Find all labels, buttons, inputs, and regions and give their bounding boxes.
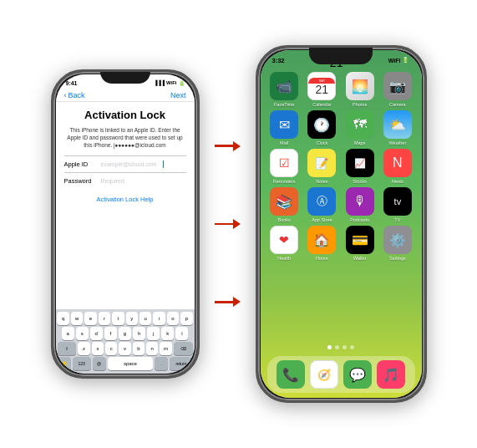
- podcasts-label: Podcasts: [350, 217, 369, 222]
- appstore-label: App Store: [312, 217, 332, 222]
- app-calendar[interactable]: SAT 21 Calendar: [305, 72, 339, 107]
- books-label: Books: [277, 217, 290, 222]
- arrow-2: [215, 219, 241, 229]
- weather-label: Weather: [389, 140, 407, 145]
- next-button[interactable]: Next: [170, 91, 186, 99]
- battery-icon: 🔋: [179, 80, 185, 86]
- left-screen: 9:41 ▐▐▐ WiFi 🔋 ‹ Back Next: [56, 74, 195, 374]
- app-mail[interactable]: ✉ Mail: [267, 110, 302, 145]
- return-key[interactable]: return: [170, 357, 192, 370]
- health-label: Health: [277, 256, 291, 261]
- key-k[interactable]: k: [161, 327, 174, 340]
- status-time-left: 9:41: [66, 80, 78, 86]
- activation-help-link[interactable]: Activation Lock Help: [64, 196, 186, 203]
- key-s[interactable]: s: [76, 327, 89, 340]
- home-grid: 📹 FaceTime SAT 21 Calendar 🌅: [261, 69, 422, 345]
- key-r[interactable]: r: [99, 312, 110, 325]
- app-clock[interactable]: 🕐 Clock: [305, 110, 339, 145]
- status-time-right: 3:32: [272, 57, 285, 64]
- key-p[interactable]: p: [180, 312, 192, 325]
- app-maps[interactable]: 🗺 Maps: [343, 110, 377, 145]
- key-m[interactable]: m: [160, 342, 171, 355]
- photos-icon: 🌅: [346, 72, 374, 100]
- key-d[interactable]: d: [90, 327, 103, 340]
- app-books[interactable]: 📚 Books: [267, 187, 302, 222]
- dot-1: [327, 345, 332, 349]
- activation-lock-title: Activation Lock: [64, 109, 186, 121]
- shift-key[interactable]: ⇧: [58, 342, 77, 355]
- key-i[interactable]: i: [153, 312, 165, 325]
- home-icon: 🏠: [307, 226, 336, 254]
- key-x[interactable]: x: [92, 342, 104, 355]
- key-q[interactable]: q: [57, 312, 69, 325]
- left-phone: 9:41 ▐▐▐ WiFi 🔋 ‹ Back Next: [51, 69, 200, 379]
- app-settings[interactable]: ⚙️ Settings: [380, 226, 414, 261]
- key-j[interactable]: j: [147, 327, 160, 340]
- calendar-label: Calendar: [312, 102, 331, 107]
- text-cursor: [163, 160, 164, 168]
- emoji-key[interactable]: 🙂: [58, 357, 71, 370]
- app-notes[interactable]: 📝 Notes: [305, 149, 339, 184]
- back-button[interactable]: ‹ Back: [64, 91, 85, 99]
- app-weather[interactable]: ⛅ Weather: [380, 110, 414, 145]
- key-t[interactable]: t: [112, 312, 124, 325]
- key-e[interactable]: e: [84, 312, 96, 325]
- app-facetime[interactable]: 📹 FaceTime: [267, 72, 302, 107]
- dock-messages[interactable]: 💬: [343, 360, 372, 389]
- photos-label: Photos: [353, 102, 367, 107]
- at-key[interactable]: @: [93, 357, 106, 370]
- wallet-icon: 💳: [346, 226, 374, 254]
- password-field[interactable]: Password Required: [64, 172, 186, 189]
- settings-icon: ⚙️: [383, 226, 412, 254]
- activation-description: This iPhone is linked to an Apple ID. En…: [64, 126, 186, 149]
- password-label: Password: [64, 177, 96, 185]
- app-camera[interactable]: 📷 Camera: [380, 72, 414, 107]
- app-appstore[interactable]: Ⓐ App Store: [305, 187, 339, 222]
- app-wallet[interactable]: 💳 Wallet: [343, 226, 377, 261]
- app-home[interactable]: 🏠 Home: [305, 226, 339, 261]
- camera-label: Camera: [389, 102, 406, 107]
- backspace-key[interactable]: ⌫: [174, 342, 193, 355]
- key-w[interactable]: w: [71, 312, 83, 325]
- key-o[interactable]: o: [167, 312, 179, 325]
- key-z[interactable]: z: [78, 342, 89, 355]
- key-a[interactable]: a: [62, 327, 74, 340]
- space-key[interactable]: space: [108, 357, 153, 370]
- key-l[interactable]: l: [175, 327, 188, 340]
- num-key[interactable]: 123: [73, 357, 91, 370]
- key-g[interactable]: g: [119, 327, 131, 340]
- key-b[interactable]: b: [133, 342, 145, 355]
- mail-label: Mail: [280, 140, 288, 145]
- appstore-icon: Ⓐ: [307, 187, 336, 216]
- dock: 📞 🧭 💬 🎵: [267, 356, 415, 393]
- key-v[interactable]: v: [119, 342, 130, 355]
- period-key[interactable]: .: [155, 357, 168, 370]
- app-health[interactable]: ❤ Health: [267, 226, 302, 261]
- apple-id-field[interactable]: Apple ID example@icloud.com: [64, 155, 186, 172]
- apple-id-placeholder: example@icloud.com: [101, 161, 157, 167]
- app-tv[interactable]: tv TV: [380, 187, 414, 222]
- key-c[interactable]: c: [105, 342, 117, 355]
- reminders-label: Reminders: [273, 179, 296, 184]
- app-row-1: 📹 FaceTime SAT 21 Calendar 🌅: [267, 72, 415, 107]
- home-label: Home: [316, 256, 328, 261]
- dock-music[interactable]: 🎵: [377, 360, 405, 389]
- main-container: 9:41 ▐▐▐ WiFi 🔋 ‹ Back Next: [0, 0, 477, 448]
- app-photos[interactable]: 🌅 Photos: [343, 72, 377, 107]
- dock-phone[interactable]: 📞: [277, 360, 305, 389]
- app-stocks[interactable]: 📈 Stocks: [343, 149, 377, 184]
- arrow-1: [215, 141, 241, 151]
- key-f[interactable]: f: [104, 327, 117, 340]
- app-news[interactable]: N News: [380, 149, 414, 184]
- notes-label: Notes: [316, 179, 327, 184]
- app-podcasts[interactable]: 🎙 Podcasts: [343, 187, 377, 222]
- key-n[interactable]: n: [146, 342, 158, 355]
- key-y[interactable]: y: [126, 312, 138, 325]
- dock-safari[interactable]: 🧭: [310, 360, 338, 389]
- app-reminders[interactable]: ☑ Reminders: [267, 149, 302, 184]
- key-h[interactable]: h: [133, 327, 145, 340]
- battery-icon-right: 🔋: [402, 57, 409, 64]
- weather-icon: ⛅: [383, 110, 412, 139]
- arrow-head-2: [233, 219, 241, 229]
- key-u[interactable]: u: [140, 312, 151, 325]
